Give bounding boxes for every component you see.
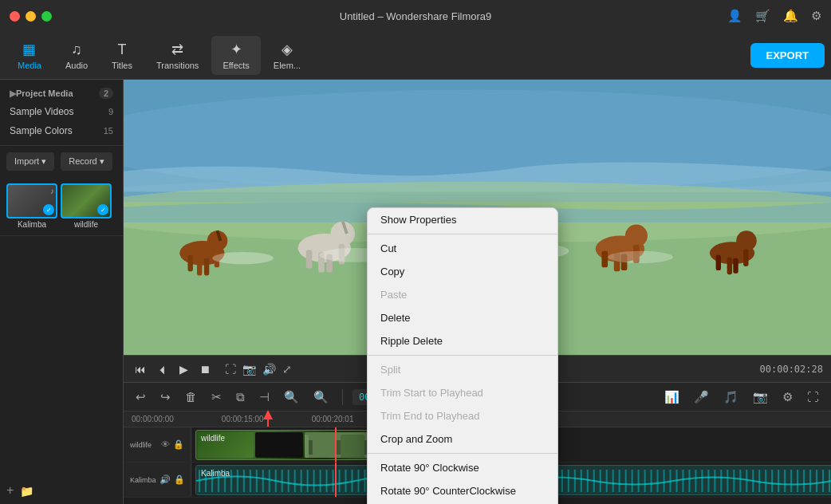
toolbar-titles[interactable]: T Titles	[100, 37, 144, 75]
folder-icon[interactable]: 📁	[20, 485, 33, 498]
bell-icon[interactable]: 🔔	[783, 9, 798, 23]
cart-icon[interactable]: 🛒	[755, 9, 770, 23]
cut-button[interactable]: ✂	[207, 388, 226, 407]
add-media-button[interactable]: +	[6, 483, 14, 498]
ctx-split: Split	[368, 358, 557, 381]
copy-button[interactable]: ⧉	[232, 388, 249, 407]
close-button[interactable]	[10, 11, 20, 22]
audio-icon: ♫	[71, 41, 82, 58]
ctx-rotate-ccw[interactable]: Rotate 90° CounterClockwise	[368, 479, 557, 502]
ctx-show-properties[interactable]: Show Properties	[368, 208, 557, 231]
ctx-copy[interactable]: Copy	[368, 260, 557, 283]
svg-rect-10	[204, 258, 209, 276]
media-check-kalimba: ✓	[43, 204, 54, 215]
toolbar-elements-label: Elem...	[274, 61, 301, 70]
account-icon[interactable]: 👤	[727, 9, 742, 23]
audio-lock-icon[interactable]: 🔒	[174, 474, 185, 485]
svg-rect-46	[313, 435, 337, 458]
media-check-wildlife: ✓	[97, 204, 108, 215]
undo-button[interactable]: ↩	[132, 388, 150, 407]
lock-icon[interactable]: 🔒	[173, 439, 184, 450]
fullscreen-timeline-button[interactable]: ⛶	[803, 388, 823, 406]
ctx-ripple-delete[interactable]: Ripple Delete	[368, 329, 557, 352]
maximize-button[interactable]	[41, 11, 52, 22]
play-button[interactable]: ▶	[176, 361, 191, 377]
media-item-wildlife[interactable]: ✓ wildlife	[61, 183, 112, 229]
eye-icon[interactable]: 👁	[161, 439, 170, 450]
playhead[interactable]	[267, 411, 269, 427]
ctx-crop-zoom[interactable]: Crop and Zoom	[368, 427, 557, 451]
ctx-sep-2	[368, 355, 557, 356]
ruler-mark-0: 00:00:00:00	[132, 415, 174, 423]
media-item-kalimba[interactable]: ♪ ✓ Kalimba	[6, 183, 57, 229]
ctx-sep-1	[368, 234, 557, 234]
svg-point-27	[625, 225, 648, 247]
audio-track-label: Kalimba 🔊 🔒	[124, 463, 191, 497]
sample-videos-label: Sample Videos	[10, 106, 74, 117]
audio-meter-button[interactable]: 📊	[660, 388, 683, 407]
toolbar-audio[interactable]: ♫ Audio	[54, 37, 99, 75]
delete-button[interactable]: 🗑	[181, 388, 201, 406]
svg-point-38	[212, 252, 274, 264]
panel-actions: Import ▾ Record ▾	[0, 146, 123, 177]
svg-rect-16	[306, 250, 313, 268]
window-title: Untitled – Wondershare Filmora9	[340, 10, 492, 22]
sample-colors-count: 15	[104, 126, 113, 136]
stop-button[interactable]: ⏹	[196, 361, 214, 377]
left-panel: ▶ Project Media 2 Sample Videos 9 Sample…	[0, 80, 124, 504]
settings-icon[interactable]: ⚙	[811, 9, 821, 23]
ctx-trim-end: Trim End to Playhead	[368, 404, 557, 427]
toolbar-media[interactable]: ▦ Media	[6, 36, 53, 75]
toolbar-effects[interactable]: ✦ Effects	[211, 36, 260, 75]
minimize-button[interactable]	[26, 11, 36, 22]
titlebar-icons: 👤 🛒 🔔 ⚙	[727, 9, 821, 23]
video-track-label: wildlife 👁 🔒	[124, 427, 191, 462]
timeline-right-tools: 📊 🎤 🎵 📷 ⚙ ⛶	[660, 388, 823, 407]
titles-icon: T	[118, 41, 127, 58]
svg-rect-30	[601, 251, 608, 267]
snapshot-icon[interactable]: 📷	[242, 363, 256, 376]
camera-button[interactable]: 📷	[749, 388, 772, 407]
redo-button[interactable]: ↪	[156, 388, 175, 407]
sample-colors-row[interactable]: Sample Colors 15	[8, 121, 115, 140]
step-back-button[interactable]: ⏴	[154, 361, 171, 377]
toolbar-transitions-label: Transitions	[156, 61, 199, 70]
media-label-kalimba: Kalimba	[6, 220, 57, 229]
record-button[interactable]: Record ▾	[61, 152, 112, 171]
volume-icon[interactable]: 🔊	[262, 363, 276, 376]
split-button[interactable]: ⊣	[255, 388, 274, 407]
ctx-rotate-cw[interactable]: Rotate 90° Clockwise	[368, 456, 557, 479]
toolbar-transitions[interactable]: ⇄ Transitions	[145, 36, 210, 75]
track-label-text: wildlife	[130, 441, 152, 449]
sample-colors-label: Sample Colors	[10, 125, 73, 136]
skip-back-button[interactable]: ⏮	[132, 361, 149, 377]
voiceover-button[interactable]: 🎤	[690, 388, 713, 407]
media-grid: ♪ ✓ Kalimba ✓ wildlife	[0, 177, 123, 235]
effects-icon: ✦	[230, 41, 242, 58]
toolbar-elements[interactable]: ◈ Elem...	[262, 36, 312, 75]
svg-rect-34	[743, 249, 748, 266]
settings-timeline-button[interactable]: ⚙	[778, 388, 797, 407]
ctx-delete[interactable]: Delete	[368, 306, 557, 329]
ctx-sep-3	[368, 453, 557, 454]
toolbar-audio-label: Audio	[65, 61, 88, 70]
svg-rect-37	[733, 258, 738, 274]
zoom-in-button[interactable]: 🔍	[309, 388, 333, 407]
ruler-mark-1: 00:00:15:00	[222, 415, 264, 423]
audio-mute-icon[interactable]: 🔊	[160, 474, 171, 485]
resize-icon[interactable]: ⤢	[282, 363, 292, 376]
media-thumb-kalimba: ♪ ✓	[6, 183, 57, 219]
fullscreen-icon[interactable]: ⛶	[225, 363, 236, 376]
project-media-section: ▶ Project Media 2 Sample Videos 9 Sample…	[0, 80, 123, 146]
project-media-arrow: ▶	[10, 89, 16, 99]
toolbar: ▦ Media ♫ Audio T Titles ⇄ Transitions ✦…	[0, 32, 831, 80]
export-button[interactable]: EXPORT	[750, 43, 825, 68]
sample-videos-row[interactable]: Sample Videos 9	[8, 102, 115, 121]
svg-rect-8	[197, 257, 202, 275]
import-button[interactable]: Import ▾	[6, 152, 54, 171]
music-button[interactable]: 🎵	[719, 388, 742, 407]
main-layout: ▶ Project Media 2 Sample Videos 9 Sample…	[0, 80, 831, 504]
ctx-trim-start: Trim Start to Playhead	[368, 381, 557, 404]
ctx-cut[interactable]: Cut	[368, 237, 557, 260]
zoom-out-button[interactable]: 🔍	[280, 388, 303, 407]
